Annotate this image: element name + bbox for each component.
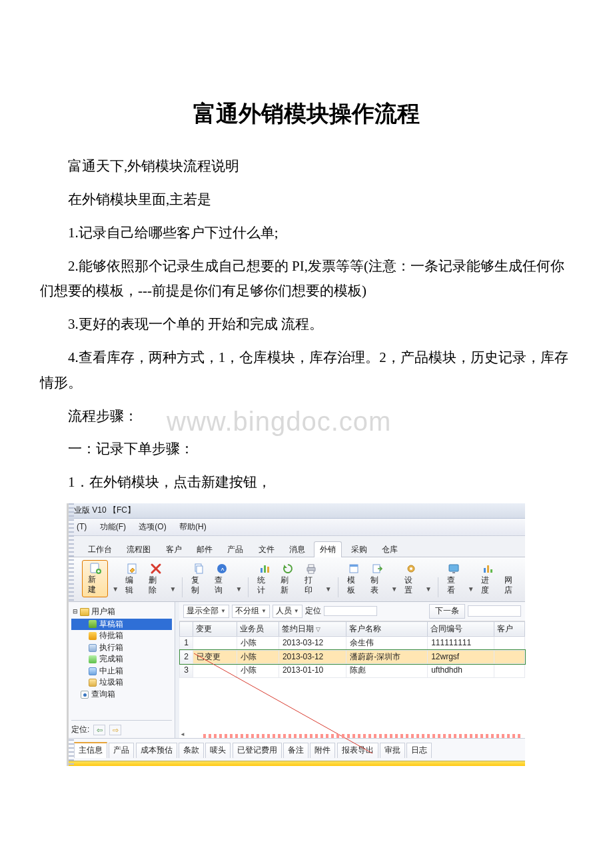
tab[interactable]: 采购 xyxy=(345,541,373,557)
cell-no: 12wrgsf xyxy=(428,650,494,664)
tab[interactable]: 流程图 xyxy=(121,541,157,557)
filter-showall[interactable]: 显示全部▼ xyxy=(183,605,229,618)
detail-tabs: 主信息 产品 成本预估 条款 唛头 已登记费用 备注 附件 报表导出 审批 日志 xyxy=(69,738,525,761)
label: 用户箱 xyxy=(91,607,115,617)
separator xyxy=(338,577,338,597)
detail-tab[interactable]: 日志 xyxy=(406,743,432,758)
tree-node-draft[interactable]: 草稿箱 xyxy=(71,619,172,631)
table-row[interactable]: 1 小陈 2013-03-12 余生伟 111111111 xyxy=(180,637,525,651)
filter-person[interactable]: 人员▼ xyxy=(273,605,303,618)
tree-node-trash[interactable]: 垃圾箱 xyxy=(71,677,172,689)
svg-rect-17 xyxy=(449,565,458,571)
detail-tab[interactable]: 条款 xyxy=(179,743,204,758)
para-1: 富通天下,外销模块流程说明 xyxy=(40,154,573,179)
box-icon xyxy=(89,620,97,628)
label: 刷新 xyxy=(281,575,295,596)
view-button[interactable]: 查看 xyxy=(444,561,464,597)
separator xyxy=(438,577,438,597)
delete-button[interactable]: 删除 xyxy=(146,561,165,597)
new-button[interactable]: 新建 xyxy=(82,560,108,597)
toolbar: 新建 ▼ 编辑 删除 ▼ 复制 查询 xyxy=(69,557,525,602)
svg-rect-7 xyxy=(264,565,266,573)
svg-rect-4 xyxy=(197,566,203,573)
tree-node-query[interactable]: 查询箱 xyxy=(71,689,172,701)
cell-change xyxy=(193,637,237,651)
tab[interactable]: 文件 xyxy=(253,541,281,557)
chart-icon xyxy=(259,563,271,575)
col-change[interactable]: 变更 xyxy=(193,621,237,637)
locate-input[interactable] xyxy=(324,606,377,616)
edit-button[interactable]: 编辑 xyxy=(123,561,142,597)
prev-button[interactable]: ⇦ xyxy=(93,725,105,735)
resize-handle[interactable] xyxy=(203,734,523,738)
settings-button[interactable]: 设置 xyxy=(402,561,421,597)
table-row[interactable]: 3 小陈 2013-01-10 陈彪 ufthdhdh xyxy=(180,664,525,678)
tab[interactable]: 邮件 xyxy=(191,541,219,557)
tree-node-done[interactable]: 完成箱 xyxy=(71,653,172,665)
dropdown-icon[interactable]: ▼ xyxy=(112,585,119,597)
menu-item[interactable]: (T) xyxy=(71,521,92,534)
svg-rect-6 xyxy=(261,568,263,573)
query-button[interactable]: 查询 xyxy=(212,561,231,597)
col-no[interactable]: 合同编号 xyxy=(428,621,494,637)
tab[interactable]: 消息 xyxy=(283,541,311,557)
tree-node-exec[interactable]: 执行箱 xyxy=(71,642,172,654)
refresh-button[interactable]: 刷新 xyxy=(278,561,297,597)
detail-tab[interactable]: 主信息 xyxy=(74,742,107,758)
tab[interactable]: 产品 xyxy=(221,541,249,557)
menu-item[interactable]: 选项(O) xyxy=(133,521,171,534)
detail-tab[interactable]: 唛头 xyxy=(205,743,231,758)
search-box[interactable] xyxy=(468,605,521,617)
app-window: 业版 V10 【FC】 (T) 功能(F) 选项(O) 帮助(H) 工作台 流程… xyxy=(67,503,525,766)
tab[interactable]: 仓库 xyxy=(376,541,404,557)
cell-date: 2013-03-12 xyxy=(279,637,346,651)
menu-item[interactable]: 帮助(H) xyxy=(174,521,212,534)
label: 打印 xyxy=(305,575,318,596)
para-8: 一：记录下单步骤： xyxy=(40,437,573,462)
dropdown-icon[interactable]: ▼ xyxy=(425,585,432,597)
col-staff[interactable]: 业务员 xyxy=(237,621,279,637)
detail-tab[interactable]: 产品 xyxy=(109,743,134,758)
rownum: 2 xyxy=(180,650,193,664)
para-4: 2.能够依照那个记录生成自己想要的 PI,发票等等(注意：一条记录能够生成任何你… xyxy=(40,254,573,305)
detail-tab[interactable]: 备注 xyxy=(283,743,308,758)
stat-button[interactable]: 统计 xyxy=(255,561,274,597)
table-row[interactable]: 2 已变更 小陈 2013-03-12 潘蔚蔚-深圳市 12wrgsf xyxy=(180,650,525,664)
box-icon xyxy=(89,644,97,652)
tree-node-stop[interactable]: 中止箱 xyxy=(71,665,172,677)
print-button[interactable]: 打印 xyxy=(302,561,321,597)
menu-item[interactable]: 功能(F) xyxy=(95,521,131,534)
next-button[interactable]: ⇨ xyxy=(109,725,121,735)
svg-point-16 xyxy=(410,567,412,570)
dropdown-icon[interactable]: ▼ xyxy=(325,585,332,597)
label: 执行箱 xyxy=(99,643,123,653)
template-button[interactable]: 模板 xyxy=(344,561,364,597)
col-cust[interactable]: 客户名称 xyxy=(346,621,428,637)
tree-node-pending[interactable]: 待批箱 xyxy=(71,630,172,642)
filter-bar: 显示全部▼ 不分组▼ 人员▼ 定位 下一条 xyxy=(179,602,525,621)
col-cust2[interactable]: 客户 xyxy=(494,621,524,637)
dropdown-icon[interactable]: ▼ xyxy=(391,585,398,597)
net-button[interactable]: 网店 xyxy=(502,561,521,597)
detail-tab[interactable]: 已登记费用 xyxy=(233,743,282,758)
scroll-left-icon[interactable]: ◄ xyxy=(180,731,185,738)
next-record-button[interactable]: 下一条 xyxy=(429,604,465,619)
copy-button[interactable]: 复制 xyxy=(189,561,208,597)
detail-tab[interactable]: 报表导出 xyxy=(337,743,378,758)
tab[interactable]: 客户 xyxy=(160,541,188,557)
detail-tab[interactable]: 附件 xyxy=(310,743,335,758)
dropdown-icon[interactable]: ▼ xyxy=(468,585,474,597)
gear-icon xyxy=(405,563,417,575)
progress-button[interactable]: 进度 xyxy=(478,561,498,597)
detail-tab[interactable]: 审批 xyxy=(380,743,405,758)
dropdown-icon[interactable]: ▼ xyxy=(169,585,176,597)
tab[interactable]: 工作台 xyxy=(82,541,118,557)
detail-tab[interactable]: 成本预估 xyxy=(136,743,177,758)
col-date[interactable]: 签约日期 ▽ xyxy=(279,621,346,637)
filter-group[interactable]: 不分组▼ xyxy=(232,605,270,618)
dropdown-icon[interactable]: ▼ xyxy=(235,585,242,597)
report-button[interactable]: 制表 xyxy=(368,561,387,597)
tab[interactable]: 外销 xyxy=(314,541,342,557)
label: 新建 xyxy=(88,575,102,595)
tree-root[interactable]: ⊟ 用户箱 xyxy=(71,605,172,619)
